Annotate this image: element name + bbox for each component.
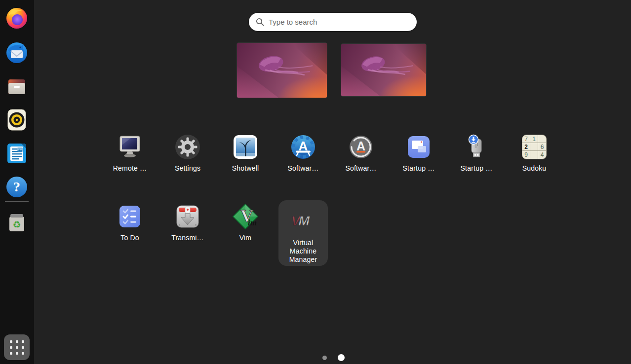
libreoffice-writer-icon [5, 142, 29, 165]
app-tile-settings[interactable]: Settings [163, 133, 212, 172]
app-label: Transmi… [171, 234, 204, 242]
app-label: Startup … [403, 164, 435, 172]
app-tile-shotwell[interactable]: Shotwell [221, 133, 270, 172]
app-label: Softwar… [287, 164, 318, 172]
app-tile-startup-applications[interactable]: Startup … [394, 133, 443, 172]
app-label: Vim [239, 234, 251, 242]
show-apps-grid-icon [10, 340, 24, 355]
jellyfish-wallpaper [237, 43, 327, 98]
remote-desktop-icon [116, 133, 144, 161]
startup-disk-creator-icon [463, 133, 490, 161]
app-tile-todo[interactable]: To Do [105, 203, 155, 242]
app-label: Remote … [113, 164, 147, 172]
dock-item-firefox[interactable] [5, 6, 29, 30]
app-tile-virtual-machine-manager[interactable]: V M Virtual Machine Manager [278, 200, 328, 266]
dock-item-thunderbird[interactable] [5, 41, 29, 65]
dock: ? ♻ [0, 0, 34, 364]
software-updates-icon: A [347, 133, 375, 161]
trash-icon: ♻ [5, 210, 29, 233]
dock-item-help[interactable]: ? [5, 175, 29, 199]
app-label: To Do [120, 234, 139, 242]
firefox-icon [5, 6, 29, 30]
vim-icon: V im [232, 203, 259, 230]
recycle-symbol: ♻ [12, 219, 21, 230]
svg-text:?: ? [13, 179, 20, 194]
app-tile-sudoku[interactable]: 7 1 2 6 9 4 Sudoku [510, 133, 559, 172]
show-apps-button[interactable] [4, 334, 30, 360]
search-icon [256, 18, 264, 26]
jellyfish-wallpaper [341, 44, 426, 96]
thunderbird-icon [5, 41, 29, 65]
search-bar[interactable] [249, 13, 417, 31]
app-tile-transmission[interactable]: Transmi… [163, 203, 212, 242]
app-label: Shotwell [232, 164, 259, 172]
svg-text:A: A [356, 139, 365, 153]
app-tile-startup-disk-creator[interactable]: Startup … [452, 133, 501, 172]
svg-text:im: im [248, 218, 257, 227]
app-label: Virtual Machine Manager [282, 239, 324, 264]
settings-icon [174, 133, 201, 161]
startup-applications-icon [405, 133, 433, 161]
search-input[interactable] [269, 18, 417, 26]
dock-item-trash[interactable]: ♻ [5, 210, 29, 233]
workspace-thumbnail-1[interactable] [237, 43, 327, 98]
workspace-thumbnail-2[interactable] [341, 44, 426, 96]
virtual-machine-manager-icon: V M [289, 207, 317, 234]
dock-item-rhythmbox[interactable] [5, 108, 29, 132]
app-label: Startup … [461, 164, 493, 172]
app-tile-software-updates[interactable]: A Softwar… [336, 133, 386, 172]
rhythmbox-icon [5, 108, 29, 132]
dock-item-libreoffice-writer[interactable] [5, 142, 29, 165]
app-label: Softwar… [345, 164, 376, 172]
transmission-icon [174, 203, 201, 230]
app-tile-software[interactable]: A Softwar… [278, 133, 328, 172]
app-label: Sudoku [522, 164, 547, 172]
app-tile-remote-desktop[interactable]: Remote … [105, 133, 155, 172]
page-dot-2[interactable] [338, 354, 345, 361]
sudoku-icon: 7 1 2 6 9 4 [520, 133, 548, 161]
page-dot-1[interactable] [322, 356, 327, 360]
shotwell-icon [232, 133, 259, 161]
files-icon [5, 74, 29, 98]
help-icon: ? [5, 175, 29, 199]
todo-icon [116, 203, 144, 230]
software-icon: A [289, 133, 317, 161]
dock-item-files[interactable] [5, 74, 29, 98]
app-tile-vim[interactable]: V im Vim [221, 203, 270, 242]
dock-separator [5, 201, 29, 202]
app-label: Settings [175, 164, 200, 172]
